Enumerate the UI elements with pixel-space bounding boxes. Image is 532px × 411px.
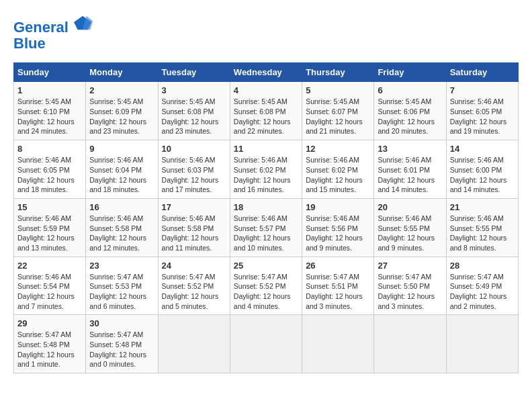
calendar-cell: 22Sunrise: 5:46 AMSunset: 5:54 PMDayligh… [14, 257, 86, 315]
calendar-cell [374, 315, 446, 373]
calendar-cell [302, 315, 374, 373]
calendar-cell: 26Sunrise: 5:47 AMSunset: 5:51 PMDayligh… [302, 257, 374, 315]
day-header-sunday: Sunday [14, 63, 86, 82]
day-number: 7 [450, 85, 515, 95]
day-number: 20 [378, 202, 442, 212]
calendar-cell [446, 315, 518, 373]
day-info: Sunrise: 5:47 AMSunset: 5:49 PMDaylight:… [450, 272, 515, 312]
day-info: Sunrise: 5:45 AMSunset: 6:07 PMDaylight:… [306, 97, 370, 136]
day-number: 15 [17, 202, 82, 212]
day-info: Sunrise: 5:46 AMSunset: 6:05 PMDaylight:… [17, 155, 82, 195]
day-info: Sunrise: 5:46 AMSunset: 6:02 PMDaylight:… [306, 155, 370, 195]
day-number: 9 [89, 144, 154, 154]
day-info: Sunrise: 5:45 AMSunset: 6:06 PMDaylight:… [378, 97, 442, 136]
day-number: 11 [234, 144, 298, 154]
day-info: Sunrise: 5:47 AMSunset: 5:48 PMDaylight:… [17, 330, 82, 369]
calendar-cell: 30Sunrise: 5:47 AMSunset: 5:48 PMDayligh… [86, 315, 158, 373]
day-info: Sunrise: 5:46 AMSunset: 5:54 PMDaylight:… [17, 272, 82, 312]
logo-blue-text: Blue [13, 36, 93, 52]
day-header-friday: Friday [374, 63, 446, 82]
day-number: 22 [17, 261, 82, 271]
day-info: Sunrise: 5:47 AMSunset: 5:52 PMDaylight:… [234, 272, 298, 312]
day-info: Sunrise: 5:47 AMSunset: 5:50 PMDaylight:… [378, 272, 442, 312]
day-number: 6 [378, 85, 442, 95]
calendar-cell: 19Sunrise: 5:46 AMSunset: 5:56 PMDayligh… [302, 198, 374, 257]
day-number: 12 [306, 144, 370, 154]
day-number: 28 [450, 261, 515, 271]
day-info: Sunrise: 5:47 AMSunset: 5:52 PMDaylight:… [162, 272, 226, 312]
day-header-saturday: Saturday [446, 63, 518, 82]
day-number: 5 [306, 85, 370, 95]
day-number: 14 [450, 144, 515, 154]
day-info: Sunrise: 5:47 AMSunset: 5:48 PMDaylight:… [89, 330, 154, 369]
calendar-cell: 15Sunrise: 5:46 AMSunset: 5:59 PMDayligh… [14, 198, 86, 257]
day-number: 4 [234, 85, 298, 95]
logo: General Blue [13, 13, 93, 52]
day-info: Sunrise: 5:46 AMSunset: 6:01 PMDaylight:… [378, 155, 442, 195]
day-info: Sunrise: 5:46 AMSunset: 5:55 PMDaylight:… [450, 214, 515, 253]
calendar-cell [158, 315, 230, 373]
calendar-week-row: 29Sunrise: 5:47 AMSunset: 5:48 PMDayligh… [14, 315, 519, 373]
calendar-cell: 27Sunrise: 5:47 AMSunset: 5:50 PMDayligh… [374, 257, 446, 315]
day-info: Sunrise: 5:46 AMSunset: 5:58 PMDaylight:… [89, 214, 154, 253]
calendar-week-row: 8Sunrise: 5:46 AMSunset: 6:05 PMDaylight… [14, 140, 519, 199]
day-number: 25 [234, 261, 298, 271]
calendar-body: 1Sunrise: 5:45 AMSunset: 6:10 PMDaylight… [14, 82, 519, 373]
day-info: Sunrise: 5:46 AMSunset: 6:05 PMDaylight:… [450, 97, 515, 136]
calendar-cell: 8Sunrise: 5:46 AMSunset: 6:05 PMDaylight… [14, 140, 86, 199]
calendar-header-row: SundayMondayTuesdayWednesdayThursdayFrid… [14, 63, 519, 82]
calendar-cell: 28Sunrise: 5:47 AMSunset: 5:49 PMDayligh… [446, 257, 518, 315]
calendar-cell: 4Sunrise: 5:45 AMSunset: 6:08 PMDaylight… [230, 82, 302, 140]
day-number: 8 [17, 144, 82, 154]
calendar-cell: 3Sunrise: 5:45 AMSunset: 6:08 PMDaylight… [158, 82, 230, 140]
calendar-cell [230, 315, 302, 373]
calendar-cell: 12Sunrise: 5:46 AMSunset: 6:02 PMDayligh… [302, 140, 374, 199]
calendar-cell: 16Sunrise: 5:46 AMSunset: 5:58 PMDayligh… [86, 198, 158, 257]
day-info: Sunrise: 5:47 AMSunset: 5:51 PMDaylight:… [306, 272, 370, 312]
header: General Blue [13, 13, 519, 52]
day-number: 18 [234, 202, 298, 212]
calendar-cell: 24Sunrise: 5:47 AMSunset: 5:52 PMDayligh… [158, 257, 230, 315]
day-number: 30 [89, 318, 154, 328]
calendar-cell: 14Sunrise: 5:46 AMSunset: 6:00 PMDayligh… [446, 140, 518, 199]
day-info: Sunrise: 5:46 AMSunset: 5:55 PMDaylight:… [378, 214, 442, 253]
day-number: 19 [306, 202, 370, 212]
calendar-cell: 20Sunrise: 5:46 AMSunset: 5:55 PMDayligh… [374, 198, 446, 257]
day-header-thursday: Thursday [302, 63, 374, 82]
day-number: 27 [378, 261, 442, 271]
day-number: 3 [162, 85, 226, 95]
day-info: Sunrise: 5:45 AMSunset: 6:10 PMDaylight:… [17, 97, 82, 136]
calendar-cell: 5Sunrise: 5:45 AMSunset: 6:07 PMDaylight… [302, 82, 374, 140]
day-number: 13 [378, 144, 442, 154]
day-info: Sunrise: 5:45 AMSunset: 6:09 PMDaylight:… [89, 97, 154, 136]
calendar-cell: 6Sunrise: 5:45 AMSunset: 6:06 PMDaylight… [374, 82, 446, 140]
day-info: Sunrise: 5:46 AMSunset: 5:58 PMDaylight:… [162, 214, 226, 253]
day-number: 24 [162, 261, 226, 271]
day-number: 16 [89, 202, 154, 212]
day-info: Sunrise: 5:45 AMSunset: 6:08 PMDaylight:… [234, 97, 298, 136]
calendar-cell: 21Sunrise: 5:46 AMSunset: 5:55 PMDayligh… [446, 198, 518, 257]
calendar-cell: 18Sunrise: 5:46 AMSunset: 5:57 PMDayligh… [230, 198, 302, 257]
day-info: Sunrise: 5:46 AMSunset: 5:56 PMDaylight:… [306, 214, 370, 253]
calendar-week-row: 15Sunrise: 5:46 AMSunset: 5:59 PMDayligh… [14, 198, 519, 257]
day-number: 23 [89, 261, 154, 271]
calendar-cell: 1Sunrise: 5:45 AMSunset: 6:10 PMDaylight… [14, 82, 86, 140]
day-header-monday: Monday [86, 63, 158, 82]
day-info: Sunrise: 5:45 AMSunset: 6:08 PMDaylight:… [162, 97, 226, 136]
calendar-cell: 2Sunrise: 5:45 AMSunset: 6:09 PMDaylight… [86, 82, 158, 140]
calendar-week-row: 22Sunrise: 5:46 AMSunset: 5:54 PMDayligh… [14, 257, 519, 315]
day-number: 29 [17, 318, 82, 328]
calendar-cell: 25Sunrise: 5:47 AMSunset: 5:52 PMDayligh… [230, 257, 302, 315]
day-number: 2 [89, 85, 154, 95]
calendar-cell: 7Sunrise: 5:46 AMSunset: 6:05 PMDaylight… [446, 82, 518, 140]
day-info: Sunrise: 5:46 AMSunset: 6:00 PMDaylight:… [450, 155, 515, 195]
calendar-cell: 9Sunrise: 5:46 AMSunset: 6:04 PMDaylight… [86, 140, 158, 199]
day-number: 1 [17, 85, 82, 95]
calendar-cell: 29Sunrise: 5:47 AMSunset: 5:48 PMDayligh… [14, 315, 86, 373]
calendar-cell: 11Sunrise: 5:46 AMSunset: 6:02 PMDayligh… [230, 140, 302, 199]
calendar-table: SundayMondayTuesdayWednesdayThursdayFrid… [13, 62, 519, 373]
day-info: Sunrise: 5:46 AMSunset: 6:03 PMDaylight:… [162, 155, 226, 195]
day-number: 10 [162, 144, 226, 154]
day-number: 21 [450, 202, 515, 212]
logo-icon [74, 13, 93, 32]
